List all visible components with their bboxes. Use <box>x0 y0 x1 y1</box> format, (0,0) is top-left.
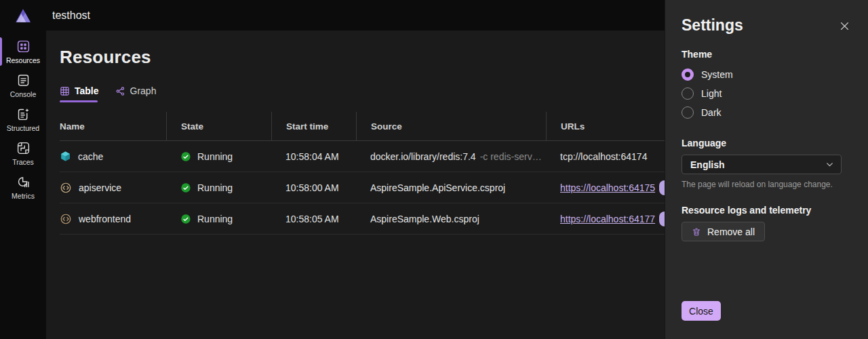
tab-label: Graph <box>130 85 157 96</box>
resource-name: cache <box>78 151 103 162</box>
remove-all-button[interactable]: Remove all <box>682 222 765 241</box>
theme-option-dark[interactable]: Dark <box>682 103 852 122</box>
running-check-icon <box>180 214 191 224</box>
close-icon[interactable] <box>837 19 852 33</box>
language-selected-value: English <box>690 159 725 170</box>
radio-unselected-icon[interactable] <box>682 106 694 119</box>
tab-table[interactable]: Table <box>60 85 99 102</box>
sidebar-item-label: Traces <box>12 158 34 166</box>
resource-source-args: -c redis-serv… <box>480 151 542 162</box>
page-title: Resources <box>60 47 665 68</box>
column-header-source: Source <box>356 112 546 140</box>
sidebar-item-label: Resources <box>6 56 40 64</box>
language-label: Language <box>682 138 852 148</box>
close-button[interactable]: Close <box>682 301 721 321</box>
sidebar-item-structured[interactable]: Structured <box>0 102 46 136</box>
sidebar-item-label: Metrics <box>12 192 35 200</box>
column-header-start-time: Start time <box>271 112 356 140</box>
language-select[interactable]: English <box>682 155 842 174</box>
resource-name: webfrontend <box>79 214 131 224</box>
telemetry-label: Resource logs and telemetry <box>682 205 852 216</box>
structured-logs-icon <box>16 107 31 121</box>
settings-panel: Settings Theme System Light Dark Languag… <box>665 0 868 339</box>
running-check-icon <box>180 151 191 162</box>
sidebar-item-resources[interactable]: Resources <box>0 35 46 68</box>
radio-label: Dark <box>701 107 722 118</box>
resource-source: AspireSample.ApiService.csproj <box>370 182 505 193</box>
theme-option-system[interactable]: System <box>682 65 852 84</box>
theme-label: Theme <box>682 49 852 60</box>
resource-state: Running <box>197 182 233 193</box>
resource-url-link[interactable]: https://localhost:64177 <box>560 214 655 224</box>
resource-name: apiservice <box>79 182 121 193</box>
code-circle-icon <box>60 182 72 194</box>
theme-option-light[interactable]: Light <box>682 84 852 103</box>
running-check-icon <box>180 182 191 193</box>
trash-icon <box>692 227 701 237</box>
more-endpoints-badge[interactable] <box>659 180 665 195</box>
resource-start-time: 10:58:05 AM <box>271 203 356 234</box>
resource-state: Running <box>197 151 233 162</box>
resource-start-time: 10:58:00 AM <box>271 172 356 203</box>
tab-active-underline <box>60 100 98 102</box>
column-header-urls: URLs <box>546 112 665 140</box>
table-icon <box>60 86 70 96</box>
aspire-logo-icon <box>14 7 32 24</box>
resource-url: tcp://localhost:64174 <box>560 151 647 162</box>
table-header-row: Name State Start time Source URLs <box>60 112 665 141</box>
resource-start-time: 10:58:04 AM <box>271 141 356 172</box>
sidebar-item-label: Structured <box>7 124 39 132</box>
resources-grid-icon <box>16 39 31 54</box>
sidebar-item-traces[interactable]: Traces <box>0 136 46 170</box>
active-indicator <box>0 37 2 66</box>
graph-icon <box>115 86 125 96</box>
app-title: testhost <box>52 9 90 22</box>
sidebar-item-metrics[interactable]: Metrics <box>0 170 46 204</box>
resource-source: AspireSample.Web.csproj <box>370 214 479 224</box>
table-row-cache[interactable]: cache Running 10:58:04 AM docker.io/libr… <box>60 141 665 172</box>
tab-label: Table <box>75 85 99 96</box>
settings-title: Settings <box>682 18 743 33</box>
column-header-state: State <box>166 112 271 140</box>
resources-table: Name State Start time Source URLs cache <box>60 112 665 235</box>
table-row-apiservice[interactable]: apiservice Running 10:58:00 AM AspireSam… <box>60 172 665 203</box>
traces-icon <box>16 141 31 155</box>
metrics-icon <box>16 175 31 189</box>
theme-radio-group: System Light Dark <box>682 65 852 122</box>
resource-source: docker.io/library/redis:7.4 <box>370 151 476 162</box>
sidebar-item-console[interactable]: Console <box>0 68 46 102</box>
remove-all-label: Remove all <box>707 226 755 237</box>
column-header-name: Name <box>60 112 166 140</box>
resources-page: Resources Table Graph Name State Start t… <box>46 31 665 339</box>
view-tabs: Table Graph <box>60 85 665 102</box>
resource-state: Running <box>197 214 233 224</box>
radio-label: System <box>701 69 733 80</box>
code-circle-icon <box>60 213 72 225</box>
sidebar-item-label: Console <box>10 90 37 98</box>
table-row-webfrontend[interactable]: webfrontend Running 10:58:05 AM AspireSa… <box>60 203 665 235</box>
resource-url-link[interactable]: https://localhost:64175 <box>560 182 655 193</box>
radio-label: Light <box>701 88 722 99</box>
chevron-down-icon <box>825 160 834 169</box>
language-hint: The page will reload on language change. <box>682 180 852 189</box>
container-cube-icon <box>60 151 71 162</box>
radio-unselected-icon[interactable] <box>682 87 694 100</box>
console-icon <box>16 73 31 87</box>
sidebar: Resources Console Structured Traces Metr… <box>0 31 46 339</box>
radio-selected-icon[interactable] <box>682 68 694 81</box>
tab-graph[interactable]: Graph <box>115 85 157 102</box>
more-endpoints-badge[interactable] <box>659 212 665 226</box>
